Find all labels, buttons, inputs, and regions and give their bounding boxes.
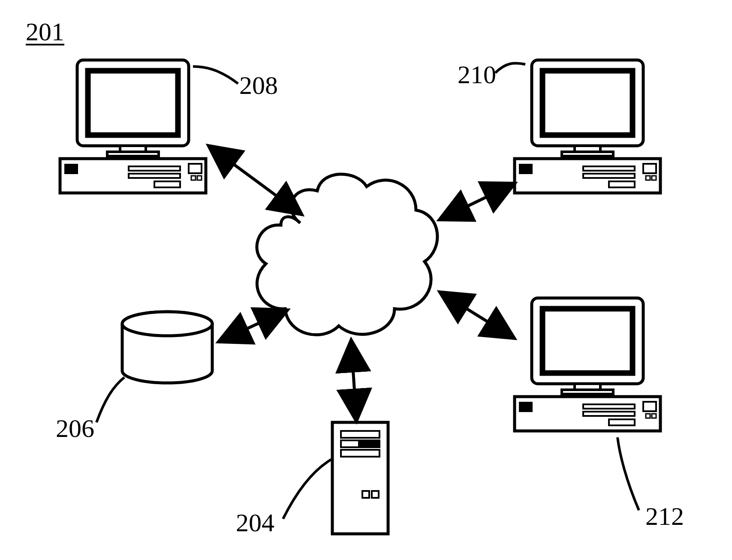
svg-rect-13	[542, 71, 633, 135]
cloud-icon	[257, 174, 437, 335]
leader-206	[96, 377, 124, 422]
storage-icon	[122, 312, 212, 383]
svg-rect-27	[562, 390, 613, 394]
arrow-cloud-204	[352, 347, 356, 414]
svg-rect-3	[107, 152, 159, 156]
svg-rect-25	[542, 309, 633, 373]
svg-rect-16	[515, 159, 660, 193]
svg-rect-41	[358, 440, 380, 447]
arrow-cloud-212	[446, 296, 508, 334]
svg-point-37	[122, 312, 212, 336]
arrow-cloud-210	[446, 187, 508, 217]
svg-rect-1	[88, 71, 178, 135]
svg-rect-4	[60, 159, 206, 193]
arrow-cloud-208	[214, 150, 296, 210]
leader-208	[193, 66, 238, 84]
svg-rect-29	[519, 402, 533, 412]
svg-rect-28	[515, 397, 660, 431]
svg-rect-15	[562, 152, 613, 156]
leader-210	[495, 63, 525, 73]
computer-icon-212	[515, 298, 660, 431]
arrow-cloud-206	[225, 313, 281, 339]
leader-204	[283, 459, 332, 519]
leader-212	[618, 437, 639, 510]
svg-rect-38	[332, 422, 388, 534]
server-icon	[332, 422, 388, 534]
diagram-stage: 201 208 210 202 206 204 212	[0, 0, 732, 560]
svg-rect-17	[519, 164, 533, 174]
computer-icon-208	[60, 60, 206, 193]
diagram-svg	[0, 0, 732, 560]
computer-icon-210	[515, 60, 660, 193]
svg-rect-5	[64, 164, 78, 174]
